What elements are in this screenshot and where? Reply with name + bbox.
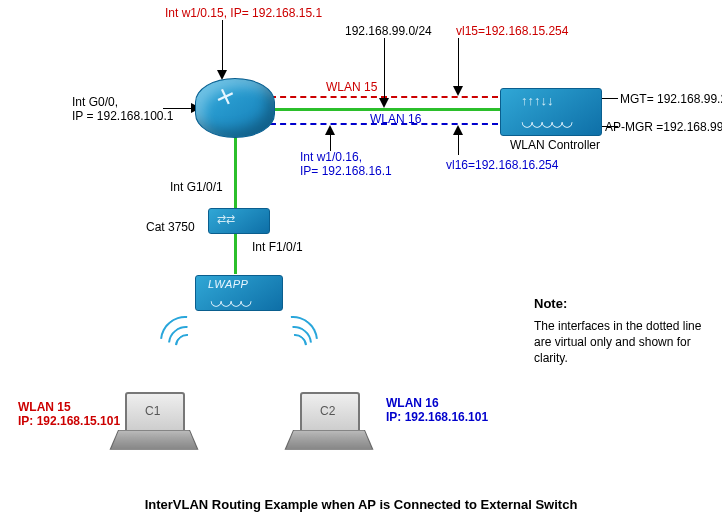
label-int-g00: Int G0/0, IP = 192.168.100.1 [72,95,174,123]
callout-w1015-line [222,20,223,72]
label-cat3750: Cat 3750 [146,220,195,234]
note-heading: Note: [534,296,567,311]
label-vl15: vl15=192.168.15.254 [456,24,568,38]
laptop-c2-tag: C2 [320,404,335,418]
label-vl16: vl16=192.168.16.254 [446,158,558,172]
switch-arrows-glyph: ⇄⇄ [217,213,235,226]
arrow-down-icon [453,86,463,96]
label-int-g101: Int G1/0/1 [170,180,223,194]
callout-vl15-line [458,38,459,88]
router-icon: ✕ [195,78,275,138]
arrow-up-icon [453,125,463,135]
laptop-c1-tag: C1 [145,404,160,418]
label-wlan15: WLAN 15 [326,80,377,94]
note-body: The interfaces in the dotted line are vi… [534,318,709,367]
label-c2-ip: IP: 192.168.16.101 [386,410,488,424]
label-c2-wlan: WLAN 16 [386,396,439,410]
label-c1-wlan: WLAN 15 [18,400,71,414]
arrow-up-icon [325,125,335,135]
link-router-to-wlc [268,108,500,111]
router-arrows-glyph: ✕ [212,83,238,114]
laptop-base [109,430,198,450]
ap-wave-glyph: ◡◡◡◡ [210,292,250,308]
wlc-label: WLAN Controller [500,138,610,152]
access-point-icon: LWAPP ◡◡◡◡ [195,275,283,311]
label-int-w1-016: Int w1/0.16, IP= 192.168.16.1 [300,150,392,178]
label-apmgr: AP-MGR =192.168.99.25 [605,120,722,134]
label-wlan16: WLAN 16 [370,112,421,126]
wlan-controller-icon: ↑↑↑↓↓ ◡◡◡◡◡ [500,88,602,136]
laptop-base [284,430,373,450]
callout-subnet99-line [384,38,385,100]
link-switch-to-ap [234,232,237,274]
wlc-wave-glyph: ◡◡◡◡◡ [521,113,571,129]
label-int-f101: Int F1/0/1 [252,240,303,254]
label-c1-ip: IP: 192.168.15.101 [18,414,120,428]
link-router-to-switch [234,130,237,208]
ap-lwapp-label: LWAPP [208,278,248,290]
link-mgt [600,98,618,99]
switch-icon: ⇄⇄ [208,208,270,234]
diagram-caption: InterVLAN Routing Example when AP is Con… [0,497,722,512]
label-subnet-99: 192.168.99.0/24 [345,24,432,38]
arrow-down-icon [379,98,389,108]
label-mgt: MGT= 192.168.99.24 [620,92,722,106]
wlc-arrows-glyph: ↑↑↑↓↓ [521,93,554,108]
label-int-w1-015: Int w1/0.15, IP= 192.168.15.1 [165,6,322,20]
